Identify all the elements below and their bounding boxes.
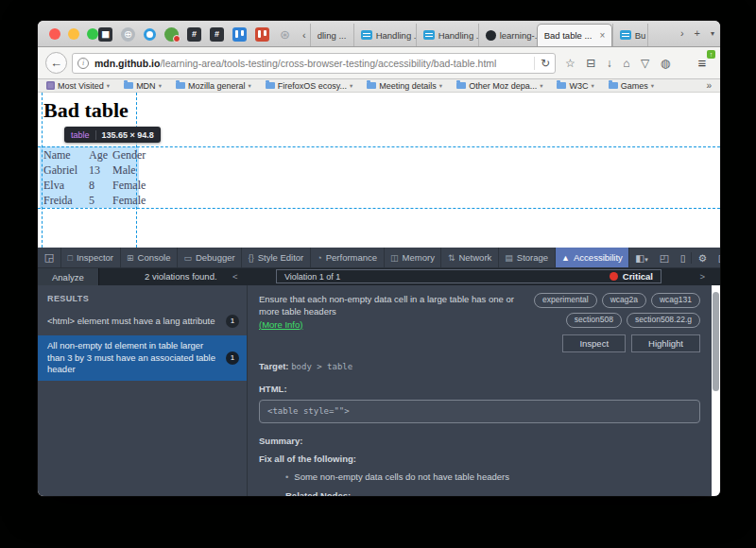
bookmark-item-w3c[interactable]: W3C ▾ [557,81,593,91]
result-item-selected[interactable]: All non-empty td element in table larger… [38,335,247,381]
inspect-button[interactable]: Inspect [562,334,626,352]
caret-icon: ▾ [540,82,542,90]
next-violation-button[interactable]: > [699,271,705,282]
scrollbar-thumb[interactable] [713,292,719,391]
site-info-icon[interactable]: i [77,58,89,69]
infobar-tag-name: table [71,130,90,140]
table-cell: Name [43,147,89,163]
devtools-tab-label: Console [138,252,171,263]
devtools-tab-console[interactable]: ⊞ Console [121,248,178,267]
reload-button[interactable]: ↻ [534,57,550,70]
url-bar[interactable]: i mdn.github.io/learning-area/tools-test… [72,53,556,74]
pinned-tab-trello-icon[interactable] [232,27,247,42]
downloads-icon[interactable]: ↓ [607,57,612,70]
tag-row: experimental wcag2a wcag131 [534,293,700,308]
bookmark-item-games[interactable]: Games ▾ [609,81,654,91]
tab[interactable]: Handling ... [353,24,416,46]
devtools-tab-memory[interactable]: ◫ Memory [385,248,442,267]
scroll-tabs-right-button[interactable]: › [680,27,684,39]
accessibility-subbar: Analyze 2 violations found. < Violation … [38,268,720,285]
pick-element-icon[interactable]: ◲ [38,248,61,267]
bookmark-label: Meeting details [379,81,437,91]
home-icon[interactable]: ⌂ [623,57,629,70]
bookmark-item-meeting-details[interactable]: Meeting details ▾ [367,81,442,91]
devtools-tab-network[interactable]: ⇅ Network [441,248,498,267]
responsive-mode-icon[interactable]: ▯ [675,252,692,264]
extension-icon[interactable]: ◍ [661,57,670,70]
tab-close-icon[interactable]: × [599,30,605,41]
bookmark-item-mozilla-general[interactable]: Mozilla general ▾ [176,81,251,91]
pinned-tabs: ▦ ⊕ # # ⊛ [98,26,292,42]
bookmark-item-firefoxos[interactable]: FirefoxOS ecosy... ▾ [266,81,353,91]
tab-active[interactable]: Bad table ... × [537,24,612,46]
url-text[interactable]: mdn.github.io/learning-area/tools-testin… [94,58,534,69]
back-button[interactable]: ← [45,52,67,74]
pinned-tab-hash-icon[interactable]: # [187,27,201,42]
clipboard-icon[interactable]: ⊟ [586,57,595,70]
devtools-tab-label: Memory [403,252,435,263]
settings-gear-icon[interactable]: ⚙ [691,252,712,264]
tab[interactable]: Handling ... [416,24,478,46]
new-tab-button[interactable]: + [695,27,700,39]
close-window-button[interactable] [49,28,60,40]
pinned-tab-gear-icon[interactable]: ⊛ [278,27,292,42]
bookmark-item-mdn[interactable]: MDN ▾ [124,81,162,91]
inspector-icon: □ [68,253,73,263]
bookmark-item-most-visited[interactable]: Most Visited ▾ [46,81,110,91]
tag-pill: section508 [566,313,622,328]
bookmark-label: Games [621,81,648,91]
list-all-tabs-button[interactable]: ▾ [711,29,714,38]
scroll-tabs-left-button[interactable]: ‹ [299,24,310,46]
devtools-tab-style-editor[interactable]: {} Style Editor [242,248,311,267]
summary-row: Summary: [259,435,700,447]
documentation-icon[interactable]: ▥ [713,252,720,264]
tab-label: Bad table ... [544,30,593,41]
minimize-window-button[interactable] [68,28,79,40]
bookmarks-overflow-button[interactable]: » [706,80,712,91]
pinned-tab-hash-icon[interactable]: # [210,27,224,42]
pinned-tab-ring-icon[interactable] [144,28,156,41]
dock-side-icon[interactable]: ◧▾ [629,252,653,264]
analyze-button[interactable]: Analyze [38,268,99,285]
folder-icon [609,82,618,89]
pinned-tab-stats-icon[interactable]: ▦ [98,27,112,42]
bookmark-star-icon[interactable]: ☆ [565,57,576,70]
tab[interactable]: dling ... [310,24,353,46]
page-heading: Bad table [43,98,129,123]
devtools-tab-inspector[interactable]: □ Inspector [61,248,121,267]
tag-pill: section508.22.g [627,313,700,328]
table-cell: Freida [43,193,89,208]
tab[interactable]: learning-... [478,24,537,46]
devtools-tab-performance[interactable]: ◔ Performance [311,248,385,267]
pinned-tab-globe-icon[interactable]: ⊕ [121,27,135,42]
highlighter-guide-horizontal [38,208,720,209]
toolbar-icons: ☆ ⊟ ↓ ⌂ ▽ ◍ [565,53,670,74]
critical-dot-icon [610,272,618,281]
target-label: Target: [259,361,289,371]
devtools-tab-storage[interactable]: ▤ Storage [499,248,556,267]
network-icon: ⇅ [448,253,455,263]
devtools-tab-label: Network [458,252,491,263]
zoom-window-button[interactable] [87,28,98,40]
pocket-icon[interactable]: ▽ [641,57,649,70]
hamburger-menu-button[interactable]: ≡ ↑ [693,53,712,74]
result-item[interactable]: <html> element must have a lang attribut… [38,311,247,333]
devtools-tab-label: Storage [517,252,548,263]
more-info-link[interactable]: (More Info) [259,319,302,330]
scrollbar[interactable] [712,285,720,496]
github-icon [486,30,496,41]
table-cell: 13 [89,163,112,178]
devtools-tab-debugger[interactable]: ▭ Debugger [178,248,242,267]
pinned-tab-trello-alt-icon[interactable] [255,27,269,42]
devtools-tab-accessibility[interactable]: ▲ Accessibility [556,248,630,267]
fix-item-text: Some non-empty data cells do not have ta… [294,471,509,483]
devtools-tab-label: Performance [326,252,377,263]
tab[interactable]: Bu [612,24,648,46]
highlight-button[interactable]: Highlight [631,334,700,352]
pinned-tab-plant-icon[interactable] [164,27,179,42]
bookmark-item-other-moz[interactable]: Other Moz depa... ▾ [456,81,542,91]
html-row: HTML: [259,383,700,395]
navigation-toolbar: ← i mdn.github.io/learning-area/tools-te… [38,47,720,79]
previous-violation-button[interactable]: < [232,271,238,282]
split-console-icon[interactable]: ◰ [654,252,675,264]
